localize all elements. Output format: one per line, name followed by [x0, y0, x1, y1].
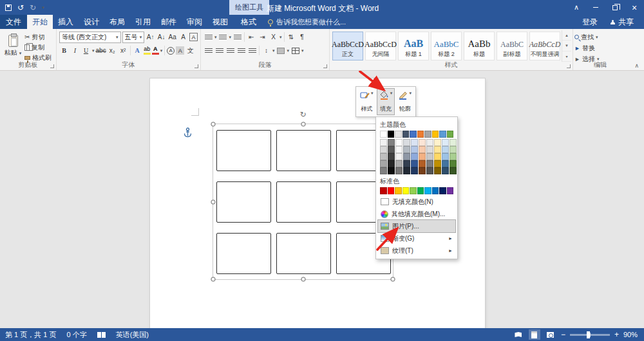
standard-color-swatch[interactable]: [395, 187, 402, 194]
ribbon-display-options-button[interactable]: ∧: [567, 0, 586, 15]
gallery-scroll-up-button[interactable]: ▲: [562, 30, 571, 41]
align-right-button[interactable]: [225, 45, 235, 57]
font-size-combo[interactable]: 五号 ▾: [122, 32, 145, 43]
theme-color-variant-swatch[interactable]: [388, 153, 395, 160]
theme-color-variant-swatch[interactable]: [380, 146, 387, 153]
page-indicator[interactable]: 第 1 页，共 1 页: [5, 330, 56, 340]
menu-item-picture[interactable]: 图片(P)...: [378, 220, 455, 232]
sort-button[interactable]: ⇅: [287, 32, 296, 43]
gallery-scroll-down-button[interactable]: ▼: [562, 41, 571, 51]
zoom-slider-thumb[interactable]: [587, 331, 590, 338]
clear-formatting-button[interactable]: A: [178, 32, 188, 43]
standard-color-swatch[interactable]: [447, 187, 454, 194]
theme-color-swatch[interactable]: [432, 131, 439, 138]
bold-button[interactable]: B: [59, 45, 69, 57]
minimize-button[interactable]: [586, 0, 605, 15]
share-button[interactable]: 共享: [611, 17, 634, 28]
shape-style-button[interactable]: ▾ 样式: [357, 88, 376, 115]
theme-color-variant-swatch[interactable]: [434, 146, 441, 153]
rotate-handle[interactable]: ↻: [299, 111, 306, 118]
theme-color-variant-swatch[interactable]: [419, 153, 426, 160]
tab-home[interactable]: 开始: [27, 15, 53, 29]
style-cell[interactable]: AaBbCcD无间隔: [365, 32, 396, 60]
theme-color-variant-swatch[interactable]: [434, 139, 441, 146]
subscript-button[interactable]: x₂: [108, 45, 117, 57]
font-color-button[interactable]: A: [152, 46, 159, 55]
change-case-button[interactable]: Aa: [167, 32, 177, 43]
superscript-button[interactable]: x²: [118, 45, 128, 57]
tab-file[interactable]: 文件: [0, 15, 27, 29]
standard-color-swatch[interactable]: [432, 187, 439, 194]
tab-format-context[interactable]: 格式: [236, 15, 261, 29]
shape-fill-button[interactable]: ▾ 填充: [377, 88, 395, 115]
grow-font-button[interactable]: A↑: [146, 32, 155, 43]
theme-color-variant-swatch[interactable]: [380, 167, 387, 174]
selection-handle[interactable]: [211, 277, 216, 282]
shading-button[interactable]: [276, 45, 286, 57]
rectangle-shape[interactable]: [276, 233, 331, 274]
distribute-button[interactable]: [247, 45, 257, 57]
standard-color-swatch[interactable]: [402, 187, 410, 194]
borders-button[interactable]: [290, 45, 300, 57]
menu-item-texture[interactable]: 纹理(T)►: [378, 244, 455, 257]
theme-color-variant-swatch[interactable]: [426, 146, 433, 153]
theme-color-swatch[interactable]: [410, 131, 417, 138]
zoom-level[interactable]: 90%: [623, 331, 638, 338]
character-shading-button[interactable]: A: [176, 46, 184, 55]
bullets-button[interactable]: [204, 32, 213, 43]
selection-handle[interactable]: [211, 199, 216, 204]
customize-qat-icon[interactable]: ▾: [42, 5, 44, 10]
enclose-characters-button[interactable]: A: [167, 47, 175, 55]
numbering-button[interactable]: [218, 32, 228, 43]
rectangle-shape[interactable]: [216, 130, 271, 171]
theme-color-variant-swatch[interactable]: [403, 153, 410, 160]
theme-color-swatch[interactable]: [417, 131, 424, 138]
text-effects-button[interactable]: A: [133, 45, 142, 57]
theme-color-variant-swatch[interactable]: [426, 139, 433, 146]
clipboard-dialog-launcher[interactable]: [50, 64, 54, 68]
theme-color-variant-swatch[interactable]: [442, 139, 449, 146]
tab-insert[interactable]: 插入: [53, 15, 79, 29]
theme-color-variant-swatch[interactable]: [380, 153, 387, 160]
theme-color-variant-swatch[interactable]: [395, 146, 402, 153]
rectangle-shape[interactable]: [276, 181, 331, 223]
font-dialog-launcher[interactable]: [194, 64, 198, 68]
theme-color-variant-swatch[interactable]: [395, 153, 402, 160]
theme-color-variant-swatch[interactable]: [403, 167, 410, 174]
save-icon[interactable]: [5, 5, 12, 11]
theme-color-variant-swatch[interactable]: [380, 160, 387, 167]
theme-color-variant-swatch[interactable]: [426, 160, 433, 167]
theme-color-variant-swatch[interactable]: [442, 167, 449, 174]
style-cell[interactable]: AaBbC副标题: [497, 32, 527, 60]
cut-button[interactable]: ✂ 剪切: [24, 32, 52, 42]
sign-in-button[interactable]: 登录: [582, 17, 598, 28]
standard-color-swatch[interactable]: [417, 187, 424, 194]
theme-color-variant-swatch[interactable]: [434, 153, 441, 160]
selection-handle[interactable]: [211, 122, 216, 127]
theme-color-variant-swatch[interactable]: [434, 167, 441, 174]
character-border-button[interactable]: A: [189, 33, 198, 41]
style-cell[interactable]: AaBbC标题 2: [431, 32, 462, 60]
selection-handle[interactable]: [301, 277, 305, 282]
shape-outline-button[interactable]: ▾ 轮廓: [395, 88, 414, 115]
theme-color-variant-swatch[interactable]: [426, 167, 433, 174]
theme-color-swatch[interactable]: [402, 131, 410, 138]
style-cell[interactable]: AaB标题 1: [398, 32, 429, 60]
paragraph-dialog-launcher[interactable]: [323, 64, 327, 68]
theme-color-variant-swatch[interactable]: [403, 160, 410, 167]
standard-color-swatch[interactable]: [388, 187, 395, 194]
style-cell[interactable]: AaBbCcD正文: [332, 32, 363, 60]
theme-color-swatch[interactable]: [380, 131, 387, 138]
decrease-indent-button[interactable]: ⇤: [247, 32, 256, 43]
styles-dialog-launcher[interactable]: [567, 64, 571, 68]
italic-button[interactable]: I: [70, 45, 80, 57]
align-left-button[interactable]: [204, 45, 213, 57]
tab-layout[interactable]: 布局: [104, 15, 130, 29]
theme-color-variant-swatch[interactable]: [450, 139, 457, 146]
theme-color-variant-swatch[interactable]: [442, 146, 449, 153]
standard-color-swatch[interactable]: [424, 187, 431, 194]
selection-handle[interactable]: [301, 122, 305, 127]
menu-item-gradient[interactable]: 渐变(G)►: [378, 232, 455, 244]
theme-color-variant-swatch[interactable]: [450, 153, 457, 160]
tab-view[interactable]: 视图: [207, 15, 233, 29]
